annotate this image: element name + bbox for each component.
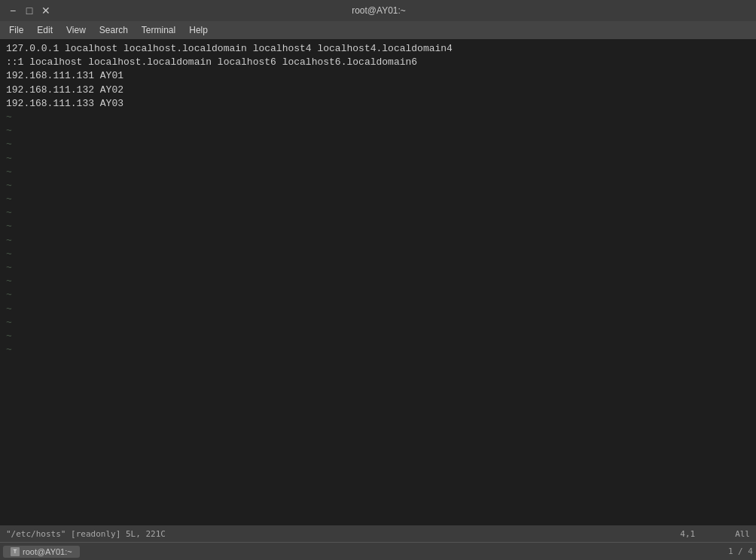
terminal-window[interactable]: − □ ✕ root@AY01:~ File Edit View Search …: [151, 99, 756, 539]
main-layout: 库 ✕ ▾ ▾ 🖥 我的计算机 📁 CentOS7: [0, 78, 756, 539]
terminal-status-left: "/etc/hosts" [readonly] 5L, 221C: [151, 529, 166, 539]
tilde-15: ~: [151, 303, 750, 316]
tilde-1: ~: [151, 111, 750, 124]
tilde-7: ~: [151, 193, 750, 206]
tilde-12: ~: [151, 261, 750, 275]
tilde-16: ~: [151, 316, 750, 330]
terminal-status-bar: "/etc/hosts" [readonly] 5L, 221C 4,1 All: [151, 525, 756, 539]
terminal-cursor-pos: 4,1: [680, 529, 695, 539]
tilde-18: ~: [151, 343, 750, 357]
tilde-10: ~: [151, 234, 750, 248]
terminal-line-5: 192.168.111.133 AY03: [151, 99, 750, 111]
tilde-2: ~: [151, 124, 750, 138]
tilde-9: ~: [151, 220, 750, 233]
tilde-11: ~: [151, 248, 750, 261]
terminal-status-right: 4,1 All: [680, 529, 750, 539]
tilde-8: ~: [151, 206, 750, 220]
vm-display[interactable]: Applications Places Terminal Thu 01:56: [151, 99, 756, 539]
tilde-14: ~: [151, 288, 750, 302]
terminal-body[interactable]: 127.0.0.1 localhost localhost.localdomai…: [151, 99, 756, 525]
tilde-5: ~: [151, 166, 750, 179]
tilde-13: ~: [151, 275, 750, 288]
tilde-6: ~: [151, 179, 750, 193]
content-area: V AY001 ✕ V AY002 ✕: [151, 78, 756, 539]
tilde-4: ~: [151, 152, 750, 166]
terminal-page: All: [735, 529, 750, 539]
tilde-17: ~: [151, 330, 750, 343]
tilde-3: ~: [151, 138, 750, 151]
